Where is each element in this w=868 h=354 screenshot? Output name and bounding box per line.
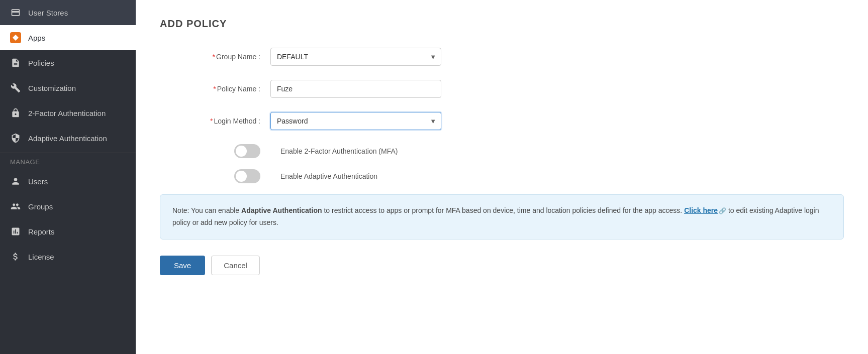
group-name-label: *Group Name : — [160, 53, 270, 61]
mfa-toggle[interactable] — [234, 144, 260, 158]
info-text-before: Note: You can enable — [172, 206, 241, 214]
reports-icon — [10, 226, 21, 237]
user-stores-icon — [10, 7, 21, 18]
adaptive-toggle-spacer — [160, 169, 270, 183]
two-factor-icon — [10, 107, 21, 119]
sidebar-item-adaptive-auth-label: Adaptive Authentication — [28, 134, 107, 143]
button-row: Save Cancel — [160, 256, 844, 275]
sidebar-item-adaptive-auth[interactable]: Adaptive Authentication — [0, 126, 136, 151]
login-method-label: *Login Method : — [160, 117, 270, 125]
sidebar-item-2fa-label: 2-Factor Authentication — [28, 109, 106, 117]
group-name-required-star: * — [213, 53, 215, 61]
sidebar-item-policies[interactable]: Policies — [0, 50, 136, 75]
main-content: ADD POLICY *Group Name : DEFAULT GROUP1 … — [136, 0, 868, 354]
license-icon — [10, 251, 21, 262]
sidebar-item-user-stores-label: User Stores — [28, 9, 68, 17]
sidebar-item-2fa[interactable]: 2-Factor Authentication — [0, 100, 136, 126]
policy-name-row: *Policy Name : — [160, 80, 844, 98]
login-method-row: *Login Method : Password SSO Certificate… — [160, 112, 844, 130]
adaptive-toggle-slider — [234, 169, 260, 183]
save-button[interactable]: Save — [160, 256, 205, 275]
page-title: ADD POLICY — [160, 18, 844, 30]
group-name-select-wrapper: DEFAULT GROUP1 GROUP2 ▼ — [270, 48, 441, 66]
groups-icon — [10, 201, 21, 212]
sidebar-item-customization-label: Customization — [28, 84, 76, 92]
login-method-required-star: * — [210, 117, 213, 125]
mfa-toggle-row: Enable 2-Factor Authentication (MFA) — [160, 144, 844, 158]
policy-name-required-star: * — [213, 85, 216, 93]
sidebar-item-groups[interactable]: Groups — [0, 194, 136, 219]
adaptive-auth-icon — [10, 133, 21, 144]
group-name-row: *Group Name : DEFAULT GROUP1 GROUP2 ▼ — [160, 48, 844, 66]
sidebar-item-license-label: License — [28, 253, 54, 261]
sidebar-item-apps-label: Apps — [28, 34, 45, 42]
sidebar-item-apps[interactable]: Apps — [0, 25, 136, 50]
manage-section-label: Manage — [0, 153, 136, 169]
sidebar: User Stores Apps Policies Customization … — [0, 0, 136, 354]
adaptive-toggle-row: Enable Adaptive Authentication — [160, 169, 844, 183]
external-link-icon: 🔗 — [719, 206, 726, 216]
login-method-select-wrapper: Password SSO Certificate ▼ — [270, 112, 441, 130]
sidebar-item-users[interactable]: Users — [0, 169, 136, 194]
sidebar-item-license[interactable]: License — [0, 244, 136, 269]
policy-name-input[interactable] — [270, 80, 441, 98]
customization-icon — [10, 82, 21, 93]
apps-icon — [10, 32, 21, 43]
info-box: Note: You can enable Adaptive Authentica… — [160, 194, 844, 240]
policies-icon — [10, 57, 21, 68]
sidebar-item-reports[interactable]: Reports — [0, 219, 136, 244]
mfa-toggle-label: Enable 2-Factor Authentication (MFA) — [280, 147, 398, 155]
sidebar-item-customization[interactable]: Customization — [0, 75, 136, 100]
adaptive-toggle[interactable] — [234, 169, 260, 183]
content-area: ADD POLICY *Group Name : DEFAULT GROUP1 … — [136, 0, 868, 354]
group-name-select[interactable]: DEFAULT GROUP1 GROUP2 — [270, 48, 441, 66]
adaptive-toggle-label: Enable Adaptive Authentication — [280, 172, 377, 180]
sidebar-item-user-stores[interactable]: User Stores — [0, 0, 136, 25]
policy-name-label: *Policy Name : — [160, 85, 270, 93]
users-icon — [10, 176, 21, 187]
sidebar-item-users-label: Users — [28, 177, 48, 186]
info-bold-text: Adaptive Authentication — [241, 206, 322, 214]
sidebar-item-policies-label: Policies — [28, 59, 54, 67]
click-here-link[interactable]: Click here — [684, 206, 718, 214]
cancel-button[interactable]: Cancel — [211, 256, 260, 275]
sidebar-item-groups-label: Groups — [28, 202, 53, 211]
mfa-toggle-slider — [234, 144, 260, 158]
mfa-toggle-spacer — [160, 144, 270, 158]
sidebar-item-reports-label: Reports — [28, 227, 55, 236]
info-text-after: to restrict access to apps or prompt for… — [322, 206, 685, 214]
login-method-select[interactable]: Password SSO Certificate — [270, 112, 441, 130]
